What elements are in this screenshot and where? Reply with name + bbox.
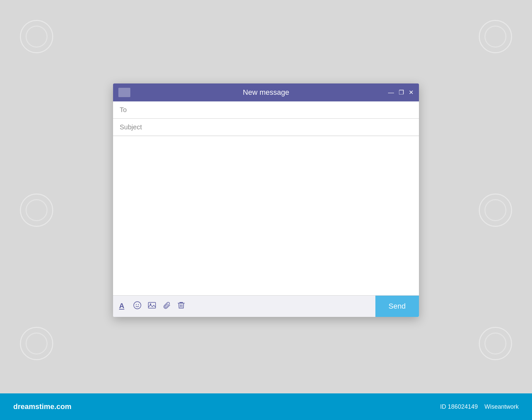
trash-icon[interactable] [177, 301, 186, 312]
text-format-svg: A [118, 301, 127, 310]
to-placeholder: To [120, 106, 127, 113]
title-bar-left [118, 88, 134, 97]
compose-toolbar: A [113, 296, 419, 317]
text-format-icon[interactable]: A [118, 301, 127, 312]
image-icon[interactable] [148, 301, 156, 312]
watermark-circle-tr [479, 20, 512, 53]
restore-button[interactable]: ❐ [399, 89, 404, 95]
subject-row[interactable]: Subject [113, 119, 419, 136]
subject-placeholder: Subject [120, 123, 142, 131]
watermark-circle-br [479, 327, 512, 360]
to-row[interactable]: To [113, 101, 419, 119]
minimize-button[interactable]: — [388, 89, 394, 95]
message-body[interactable] [113, 136, 419, 296]
emoji-icon[interactable] [133, 301, 142, 312]
dreamstime-logo: dreamstime.com [13, 402, 71, 411]
svg-point-3 [138, 304, 139, 305]
title-bar-app-icon [118, 88, 130, 97]
close-button[interactable]: ✕ [409, 89, 414, 95]
toolbar-icons: A [118, 301, 186, 312]
watermark-circle-ml [20, 194, 53, 227]
emoji-svg [133, 301, 142, 310]
watermark-circle-mr [479, 194, 512, 227]
trash-svg [177, 301, 186, 310]
attachment-svg [162, 301, 171, 310]
send-button[interactable]: Send [375, 296, 419, 317]
watermark-circle-tl [20, 20, 53, 53]
svg-point-1 [134, 302, 141, 309]
title-bar: New message — ❐ ✕ [113, 83, 419, 101]
dreamstime-bar: dreamstime.com ID 186024149 Wiseantwork [0, 393, 532, 420]
svg-point-2 [136, 304, 137, 305]
svg-text:A: A [119, 301, 124, 309]
email-compose-window: New message — ❐ ✕ To Subject A [113, 83, 419, 317]
window-title: New message [243, 88, 289, 97]
dreamstime-id: ID 186024149 Wiseantwork [440, 403, 519, 410]
attachment-icon[interactable] [162, 301, 171, 312]
svg-rect-4 [148, 302, 156, 308]
image-svg [148, 301, 156, 310]
watermark-circle-bl [20, 327, 53, 360]
title-bar-controls: — ❐ ✕ [388, 89, 414, 95]
